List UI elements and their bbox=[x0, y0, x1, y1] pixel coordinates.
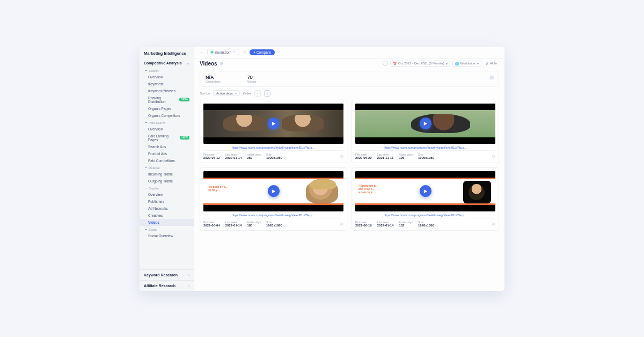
sidebar-item-label: Publishers bbox=[148, 200, 164, 203]
main-panel: ← ◉ noom.com ✎ ☆ + Compare Videos ⚙ i 📅 … bbox=[194, 47, 504, 291]
sidebar-item-label: Overview bbox=[148, 193, 163, 196]
meta-value: 2022-01-14 bbox=[377, 224, 394, 227]
stat-label: Campaigns bbox=[206, 80, 221, 83]
sidebar-item-outgoing-traffic[interactable]: Outgoing Traffic bbox=[140, 178, 194, 185]
sort-field-dropdown[interactable]: Active days ▾ bbox=[213, 90, 240, 96]
star-icon[interactable]: ☆ bbox=[243, 50, 246, 55]
stat-value: 78 bbox=[247, 75, 257, 80]
sidebar-item-label: Ad Networks bbox=[148, 207, 168, 210]
sidebar-item-paid-competitors[interactable]: Paid Competitors bbox=[140, 157, 194, 164]
play-icon[interactable] bbox=[268, 185, 280, 197]
group-label-text: Referral bbox=[149, 166, 160, 170]
sort-asc-button[interactable]: ↑ bbox=[254, 90, 261, 97]
sidebar-item-organic-pages[interactable]: Organic Pages bbox=[140, 105, 194, 112]
sidebar-item-label: Overview bbox=[148, 75, 163, 79]
meta-value: 2022-01-14 bbox=[225, 156, 242, 159]
dash-icon bbox=[145, 229, 147, 230]
info-icon[interactable]: i bbox=[383, 61, 388, 66]
meta-value: 132 bbox=[399, 224, 413, 227]
scope-icon: ⇄ bbox=[486, 62, 488, 65]
video-thumbnail[interactable]: I've been on a…for 50 y… bbox=[203, 171, 343, 211]
video-url[interactable]: https://www.noom.com/programs/health-wei… bbox=[203, 211, 343, 218]
sidebar-item-videos[interactable]: Videos bbox=[140, 219, 194, 226]
chevron-down-icon: ▾ bbox=[446, 62, 448, 65]
video-url[interactable]: https://www.noom.com/programs/health-wei… bbox=[355, 211, 495, 218]
external-link-icon[interactable]: ⧉ bbox=[340, 154, 343, 159]
external-link-icon[interactable]: ⧉ bbox=[492, 154, 495, 159]
stat-videos: 78 Videos bbox=[247, 75, 257, 83]
video-thumbnail[interactable] bbox=[355, 104, 495, 144]
sidebar-item-search-ads[interactable]: Search Ads bbox=[140, 143, 194, 150]
sidebar-item-creatives[interactable]: Creatives bbox=[140, 212, 194, 219]
sidebar-item-incoming-traffic[interactable]: Incoming Traffic bbox=[140, 171, 194, 178]
video-thumbnail[interactable]: "I broke my b…and I had t…a new care… bbox=[355, 171, 495, 211]
back-icon[interactable]: ← bbox=[200, 50, 204, 55]
sort-desc-button[interactable]: ↓ bbox=[264, 90, 270, 97]
domain-name: noom.com bbox=[215, 50, 231, 54]
stat-campaigns: N/A Campaigns bbox=[206, 75, 221, 83]
video-caption: I've been on a…for 50 y… bbox=[208, 185, 228, 192]
video-grid: https://www.noom.com/programs/health-wei… bbox=[194, 99, 504, 235]
sidebar-group-label[interactable]: Search bbox=[140, 67, 194, 74]
sidebar-section-label: Keyword Research bbox=[144, 273, 178, 277]
scope-text: All In bbox=[490, 62, 497, 65]
sidebar-item-overview[interactable]: Overview bbox=[140, 74, 194, 80]
sidebar-item-label: Search Ads bbox=[148, 145, 166, 149]
sidebar-group-label[interactable]: Social bbox=[140, 226, 194, 232]
dash-icon bbox=[145, 70, 147, 71]
stats-box: N/A Campaigns 78 Videos ▦ bbox=[200, 71, 499, 87]
table-icon[interactable]: ▦ bbox=[489, 75, 494, 80]
meta-value: 1920x1080 bbox=[418, 224, 434, 227]
meta-label: Active days bbox=[399, 153, 413, 156]
sidebar-item-label: Paid Landing Pages bbox=[148, 134, 178, 142]
date-range-filter[interactable]: 📅 Oct 2021 - Dec 2021 (3 Months) ▾ bbox=[390, 61, 450, 67]
sort-row: Sort by Active days ▾ Order ↑ ↓ bbox=[194, 89, 504, 99]
meta-value: 1920x1080 bbox=[266, 156, 282, 159]
page-title-text: Videos bbox=[200, 61, 217, 67]
video-url[interactable]: https://www.noom.com/programs/health-wei… bbox=[203, 144, 343, 150]
video-meta: First seen2021-06-04Last seen2022-01-14A… bbox=[203, 218, 343, 227]
sidebar-item-ranking-distribution[interactable]: Ranking DistributionBETA bbox=[140, 94, 194, 105]
sidebar-item-label: Overview bbox=[148, 127, 163, 131]
globe-icon: 🌐 bbox=[455, 62, 459, 65]
video-card: "I broke my b…and I had t…a new care…htt… bbox=[352, 167, 499, 231]
meta-label: Active days bbox=[247, 153, 261, 156]
chevron-down-icon: ⌄ bbox=[187, 61, 189, 65]
play-icon[interactable] bbox=[420, 185, 431, 197]
chevron-right-icon: › bbox=[188, 273, 189, 276]
sidebar-item-publishers[interactable]: Publishers bbox=[140, 198, 194, 205]
topbar: ← ◉ noom.com ✎ ☆ + Compare bbox=[194, 47, 504, 58]
domain-chip[interactable]: ◉ noom.com ✎ bbox=[207, 49, 239, 55]
play-icon[interactable] bbox=[268, 118, 280, 129]
sidebar-item-social-overview[interactable]: Social Overview bbox=[140, 232, 194, 239]
globe-icon: ◉ bbox=[210, 50, 214, 54]
sidebar-item-overview[interactable]: Overview bbox=[140, 126, 194, 133]
header-row: Videos ⚙ i 📅 Oct 2021 - Dec 2021 (3 Mont… bbox=[194, 58, 504, 69]
date-range-text: Oct 2021 - Dec 2021 (3 Months) bbox=[398, 62, 444, 65]
external-link-icon[interactable]: ⧉ bbox=[340, 222, 343, 227]
sidebar-item-ad-networks[interactable]: Ad Networks bbox=[140, 205, 194, 212]
scope-filter[interactable]: ⇄ All In bbox=[484, 61, 499, 66]
sidebar-section-keyword-research[interactable]: Keyword Research › bbox=[140, 269, 194, 280]
sidebar-item-keyword-phrases[interactable]: Keyword Phrases bbox=[140, 87, 194, 94]
sidebar-group-label[interactable]: Referral bbox=[140, 164, 194, 171]
video-url[interactable]: https://www.noom.com/programs/health-wei… bbox=[355, 144, 495, 150]
sidebar-item-organic-competitors[interactable]: Organic Competitors bbox=[140, 112, 194, 119]
meta-value: 2021-06-16 bbox=[355, 224, 372, 227]
sidebar-section-competitive[interactable]: Competitive Analysis ⌄ bbox=[140, 59, 194, 67]
video-thumbnail[interactable] bbox=[203, 104, 343, 144]
meta-value: 252 bbox=[247, 156, 261, 159]
region-filter[interactable]: 🌐 Worldwide ▾ bbox=[452, 61, 481, 67]
settings-icon[interactable]: ⚙ bbox=[219, 61, 223, 66]
sidebar-item-keywords[interactable]: Keywords bbox=[140, 80, 194, 87]
compare-button[interactable]: + Compare bbox=[250, 49, 274, 55]
sidebar-item-paid-landing-pages[interactable]: Paid Landing PagesNEW bbox=[140, 133, 194, 143]
sidebar-item-overview[interactable]: Overview bbox=[140, 191, 194, 198]
play-icon[interactable] bbox=[420, 118, 431, 129]
external-link-icon[interactable]: ⧉ bbox=[492, 222, 495, 227]
sidebar-group-label[interactable]: Paid Search bbox=[140, 119, 194, 126]
sidebar-section-affiliate-research[interactable]: Affiliate Research › bbox=[140, 280, 194, 291]
sidebar-item-product-ads[interactable]: Product Ads bbox=[140, 150, 194, 157]
sidebar-group-label[interactable]: Display bbox=[140, 185, 194, 191]
video-card: I've been on a…for 50 y…https://www.noom… bbox=[200, 167, 347, 231]
